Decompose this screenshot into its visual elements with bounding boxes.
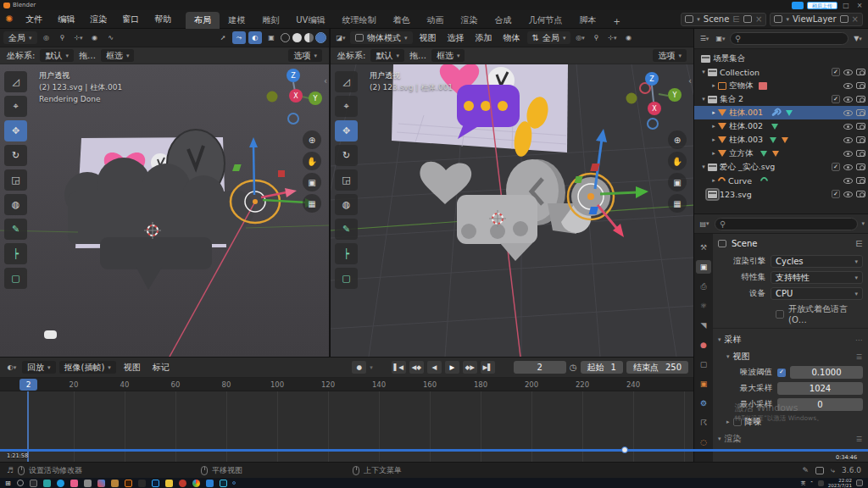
delete-scene-icon[interactable]: ×	[755, 14, 762, 24]
max-samples-value[interactable]: 1024	[777, 382, 863, 395]
viewport-subpanel-header[interactable]: ▾视图☰	[718, 351, 863, 363]
taskbar-app-icon[interactable]	[84, 480, 92, 487]
noise-threshold-value[interactable]: 0.1000	[790, 366, 863, 379]
timeline-ruler[interactable]: 2 20 40 60 80 100 120 140 160 180 200 22…	[0, 378, 693, 391]
add-cube-tool[interactable]: ▢	[335, 268, 358, 289]
new-viewlayer-icon[interactable]	[840, 15, 849, 23]
rotate-tool[interactable]: ↻	[335, 145, 358, 166]
feature-set-dropdown[interactable]: 支持特性▾	[771, 271, 863, 284]
properties-options-caret[interactable]: ▾	[861, 220, 865, 227]
viewport-right[interactable]: ◪▾ 物体模式▾ 视图 选择 添加 物体 ⇅全局▾ ◎▾ ⚲ ⊹▾ ◉ 坐标系:…	[330, 29, 693, 357]
tab-physics[interactable]: ◌	[696, 435, 711, 449]
proportional-edit-icon[interactable]: ◉	[621, 31, 635, 44]
menu-window[interactable]: 窗口	[114, 14, 147, 25]
osl-checkbox[interactable]	[776, 310, 784, 319]
rotate-tool[interactable]: ↻	[4, 145, 27, 166]
tab-texture-paint[interactable]: 纹理绘制	[333, 12, 384, 29]
outliner-row-heart-svg[interactable]: ▾ 爱心 _实心.svg ✓	[694, 160, 868, 174]
maximize-button[interactable]: □	[841, 2, 851, 9]
editor-type-icon[interactable]: ◪▾	[334, 31, 348, 44]
options-dropdown[interactable]: 选项▾	[288, 49, 322, 62]
render-camera-icon[interactable]	[856, 136, 865, 143]
shading-solid-icon[interactable]	[292, 33, 302, 42]
tab-geometry-nodes[interactable]: 几何节点	[520, 12, 570, 29]
jump-to-start-button[interactable]: ▌◀	[392, 361, 406, 374]
scale-tool[interactable]: ◲	[4, 169, 27, 191]
current-frame-chip[interactable]: 2	[19, 379, 37, 391]
close-button[interactable]: ×	[854, 2, 865, 9]
menu-render[interactable]: 渲染	[82, 14, 114, 25]
menu-add[interactable]: 添加	[471, 32, 497, 44]
outliner-row-collection-2[interactable]: ▾ 集合 2 ✓	[694, 92, 868, 106]
outliner-row-collection[interactable]: ▾ Collection ✓	[694, 65, 868, 79]
tab-collection[interactable]: ▢	[696, 358, 711, 371]
drag-label[interactable]: 拖…	[409, 50, 426, 62]
axis-neg-y[interactable]	[626, 93, 637, 104]
jump-to-end-button[interactable]: ▶▌	[481, 361, 495, 374]
tab-sculpting[interactable]: 雕刻	[253, 12, 287, 29]
timeline-editor-icon[interactable]: ◐▾	[5, 361, 19, 374]
outliner-row-cylinder-003[interactable]: ▸ 柱体.003	[694, 133, 868, 147]
taskbar-chrome-icon[interactable]	[192, 480, 200, 487]
move-tool[interactable]: ✥	[4, 120, 27, 141]
timeline-track-area[interactable]	[0, 391, 693, 463]
outliner-search-input[interactable]: ⚲	[730, 32, 849, 45]
notification-center-icon[interactable]	[856, 480, 863, 486]
falloff-curve-icon[interactable]: ∿	[104, 31, 118, 44]
menu-object[interactable]: 物体	[499, 32, 525, 44]
pan-hand-button[interactable]: ✋	[668, 152, 687, 170]
taskbar-app-icon[interactable]	[97, 480, 105, 487]
disclosure-triangle[interactable]: ▸	[709, 150, 718, 157]
zoom-button[interactable]: ⊕	[668, 130, 687, 149]
tab-view-layer[interactable]: ⚛	[696, 299, 711, 313]
plane-handle-green[interactable]	[232, 164, 242, 171]
exclude-checkbox[interactable]: ✓	[832, 163, 840, 171]
keying-menu[interactable]: 抠像(插帧)▾	[59, 361, 116, 374]
taskbar-app-photoshop-icon[interactable]	[152, 480, 159, 487]
overlays-icon[interactable]: ◐	[248, 31, 262, 44]
delete-viewlayer-icon[interactable]: ×	[852, 14, 859, 24]
play-button[interactable]: ▶	[445, 361, 459, 374]
plane-handle-red[interactable]	[278, 170, 285, 177]
hide-eye-icon[interactable]	[843, 97, 853, 103]
search-cortana-icon[interactable]	[17, 480, 24, 486]
select-mode-dropdown[interactable]: 框选▾	[431, 49, 465, 62]
hide-eye-icon[interactable]	[843, 137, 853, 143]
tab-particles[interactable]: ☈	[696, 416, 711, 430]
render-camera-icon[interactable]	[856, 123, 865, 130]
hide-eye-icon[interactable]	[843, 178, 853, 184]
taskbar-app-icon[interactable]	[43, 480, 51, 487]
new-scene-icon[interactable]	[743, 15, 752, 23]
camera-view-button[interactable]: ▣	[303, 173, 321, 191]
perspective-toggle-button[interactable]: ▦	[668, 194, 687, 213]
task-view-icon[interactable]	[30, 480, 37, 487]
taskbar-app-icon[interactable]	[220, 480, 227, 487]
orientation-dropdown[interactable]: 全局▾	[3, 31, 37, 44]
cursor-tool[interactable]: ⌖	[4, 96, 27, 117]
tab-object[interactable]: ▣	[696, 377, 711, 391]
axis-neg-y[interactable]	[267, 92, 278, 103]
add-cube-tool[interactable]: ▢	[4, 268, 27, 289]
next-keyframe-button[interactable]: ◆▶	[463, 361, 477, 374]
blender-menu-icon[interactable]: ✺	[0, 14, 18, 25]
snap-magnet-icon[interactable]: ⚲	[56, 31, 70, 44]
measure-tool[interactable]: ┝	[4, 243, 27, 264]
snap-target-icon[interactable]: ⊹▾	[72, 31, 86, 44]
disclosure-triangle[interactable]: ▸	[709, 123, 718, 130]
render-camera-icon[interactable]	[856, 82, 865, 89]
taskbar-file-explorer-icon[interactable]	[165, 480, 173, 487]
disclosure-triangle[interactable]: ▸	[709, 109, 718, 116]
tab-render[interactable]: ▣	[696, 260, 711, 274]
outliner-row-scene-collection[interactable]: 场景集合	[694, 52, 868, 65]
tab-uv-editing[interactable]: UV编辑	[287, 12, 333, 29]
properties-search-input[interactable]: ⚲	[715, 218, 858, 230]
axis-neg-z[interactable]	[288, 114, 298, 124]
exclude-checkbox[interactable]: ✓	[832, 190, 840, 198]
hide-eye-icon[interactable]	[843, 110, 853, 116]
render-camera-icon[interactable]	[856, 69, 865, 75]
outliner-row-cylinder-002[interactable]: ▸ 柱体.002	[694, 119, 868, 133]
video-progress-handle[interactable]	[621, 446, 628, 453]
perspective-toggle-button[interactable]: ▦	[303, 194, 321, 213]
menu-help[interactable]: 帮助	[147, 14, 179, 25]
tab-rendering[interactable]: 渲染	[452, 12, 486, 29]
